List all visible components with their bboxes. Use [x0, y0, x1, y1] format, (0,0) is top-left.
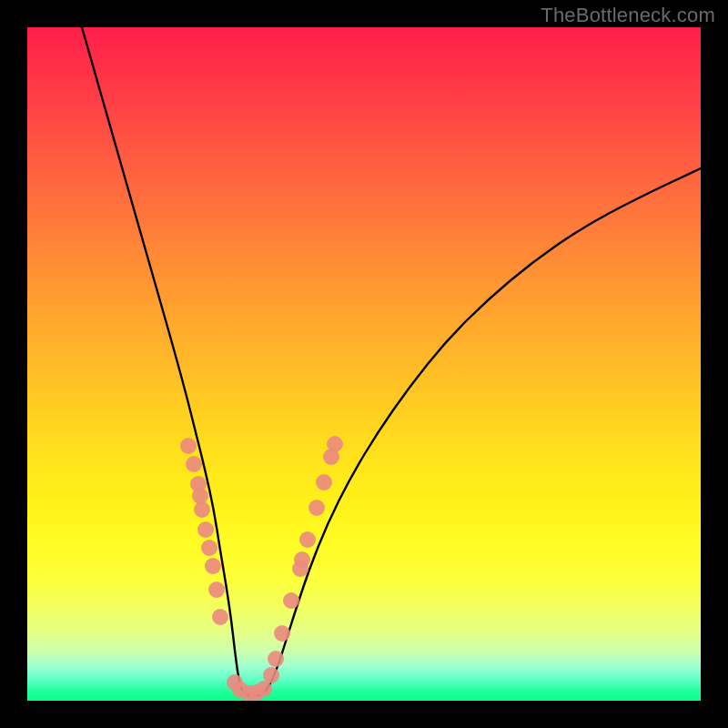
- scatter-dot: [180, 438, 197, 454]
- scatter-dot: [197, 521, 214, 538]
- bottleneck-curve: [82, 27, 701, 696]
- scatter-dot: [263, 667, 279, 683]
- scatter-dot: [208, 581, 225, 598]
- watermark-text: TheBottleneck.com: [541, 4, 715, 27]
- scatter-dots: [180, 436, 343, 701]
- scatter-dot: [294, 551, 310, 568]
- scatter-dot: [194, 501, 210, 518]
- scatter-dot: [327, 436, 343, 452]
- scatter-dot: [268, 651, 284, 667]
- scatter-dot: [201, 540, 217, 556]
- chart-frame: TheBottleneck.com: [0, 0, 728, 728]
- curve-svg: [27, 27, 701, 701]
- scatter-dot: [186, 456, 202, 472]
- scatter-dot: [299, 531, 316, 548]
- scatter-dot: [308, 500, 325, 516]
- scatter-dot: [274, 625, 290, 642]
- scatter-dot: [212, 609, 228, 625]
- plot-area: [27, 27, 701, 701]
- scatter-dot: [283, 592, 299, 609]
- scatter-dot: [316, 474, 332, 490]
- scatter-dot: [205, 558, 221, 574]
